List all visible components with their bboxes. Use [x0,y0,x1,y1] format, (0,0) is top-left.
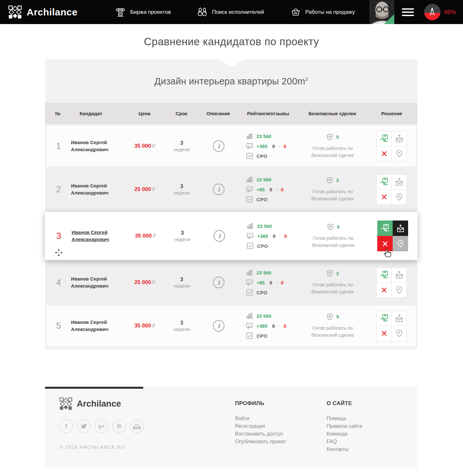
term: 3недели [164,184,199,195]
footer-link-register[interactable]: Регистрация [235,422,286,430]
footer-column-title-profile: ПРОФИЛЬ [235,400,286,407]
row-number: 4 [46,262,71,303]
candidate-name-link[interactable]: Иванов Сергей Александрович [71,319,109,332]
reviews-icon [246,143,253,150]
cursor-pointer-icon [382,247,392,257]
candidate-row-5: 5 Иванов Сергей Александрович 35 000₽ 3н… [46,305,416,347]
nav-item-find-contractors[interactable]: Поиск исполнителей [197,7,264,17]
menu-icon[interactable] [402,6,414,18]
decline-button[interactable] [377,236,393,251]
footer-link-publish-project[interactable]: Опубликовать проект [235,438,286,446]
google-plus-icon[interactable]: g+ [95,420,108,433]
location-icon [395,329,403,337]
shield-icon [327,223,334,230]
footer-link-help[interactable]: Помощь [327,415,362,422]
decision-buttons [376,267,407,298]
description-info-button[interactable]: i [213,320,224,332]
make-deal-icon [380,177,389,186]
compass-icon [427,7,437,17]
price: 35 000₽ [126,143,164,149]
term: 3недели [164,320,199,332]
candidate-name-link[interactable]: Иванов Сергей Александрович [72,229,109,242]
brand-logo[interactable]: Archilance [8,5,77,19]
safe-deals: 5 Готов работать по безопасной сделке [300,223,367,249]
page-title: Сравнение кандидатов по проекту [144,36,319,48]
location-button[interactable] [393,236,408,251]
nav-item-projects-exchange[interactable]: Биржа проектов [115,7,171,17]
location-button[interactable] [392,283,406,298]
binoculars-icon [197,7,207,17]
column-header-term: Срок [164,111,199,116]
candidate-name-link[interactable]: Иванов Сергей Александрович [71,140,109,152]
send-message-button[interactable] [392,311,406,326]
location-button[interactable] [392,146,406,161]
candidate-row-3-active: 3 Иванов Сергей Александрович 35 000₽ 3н… [45,212,417,260]
facebook-icon[interactable]: f [59,420,73,433]
make-deal-button[interactable] [377,311,391,326]
move-handle-icon[interactable] [55,248,63,257]
vk-icon[interactable]: B [112,420,126,433]
make-deal-button[interactable] [377,268,391,282]
location-icon [395,286,403,294]
make-deal-button[interactable] [377,221,393,236]
description-info-button[interactable]: i [213,140,224,152]
make-deal-icon [380,224,389,233]
footer-accent-bar [45,387,143,389]
profile-progress-circle[interactable] [424,4,441,20]
description-info-button[interactable]: i [213,277,224,288]
footer-brand-logo[interactable]: Archilance [59,397,144,410]
send-message-icon [395,134,403,143]
decline-button[interactable] [377,326,391,341]
decline-icon [381,287,387,293]
decline-icon [382,241,388,247]
twitter-icon[interactable] [77,420,91,433]
decline-button[interactable] [377,283,391,298]
ratings: 23 560 +850-0 СРО [238,269,299,296]
reviews-icon [246,279,253,286]
make-deal-icon [380,271,389,280]
brand-logo-icon [59,397,72,410]
youtube-icon[interactable]: YouTube [130,420,144,433]
footer-link-rules[interactable]: Правила сайта [327,422,362,430]
send-message-button[interactable] [393,221,408,236]
candidate-row-4: 4 Иванов Сергей Александрович 25 000₽ 3н… [46,262,416,303]
decision-buttons [376,174,407,205]
footer-link-team[interactable]: Команда [327,430,362,438]
location-button[interactable] [392,190,406,204]
footer-link-restore-access[interactable]: Востановить доступ [235,430,286,438]
candidate-name-link[interactable]: Иванов Сергей Александрович [71,276,109,289]
copyright: © 2016 ARCHILANCE.RU [59,444,144,450]
row-number: 2 [46,169,71,210]
description-info-button[interactable]: i [213,184,224,195]
make-deal-button[interactable] [377,175,391,189]
description-info-button[interactable]: i [214,230,225,242]
send-message-button[interactable] [392,268,406,282]
candidate-row-1: 1 Иванов Сергей Александрович 35 000₽ 3н… [46,125,416,167]
footer-link-faq[interactable]: FAQ [327,438,362,446]
column-header-ratings: Рейтинги/отзывы [238,111,299,116]
send-message-icon [395,271,403,279]
footer-link-contacts[interactable]: Контакты [327,446,362,453]
safe-deals: 2 Готов работать по безопасной сделке [299,177,366,202]
send-message-button[interactable] [392,131,406,146]
send-message-button[interactable] [392,175,406,189]
decline-button[interactable] [377,190,391,204]
price: 35 000₽ [126,323,164,329]
decline-icon [381,151,387,157]
panel-notch [218,59,244,67]
profile-progress-percent: 45% [444,9,456,16]
candidate-name-link[interactable]: Иванов Сергей Александрович [71,183,109,195]
decline-button[interactable] [377,146,391,161]
brand-logo-icon [8,5,22,19]
safe-deals: 5 Готов работать по безопасной сделке [299,134,366,159]
user-avatar[interactable] [369,0,394,24]
brand-name: Archilance [27,7,77,18]
footer-link-login[interactable]: Войти [235,415,286,422]
location-button[interactable] [392,326,406,341]
location-icon [395,150,403,158]
column-header-number: № [45,111,71,116]
nav-item-works-for-sale[interactable]: Работы на продажу [291,7,355,17]
footer-brand-name: Archilance [77,399,121,409]
info-icon: i [217,279,220,286]
make-deal-button[interactable] [377,131,391,146]
